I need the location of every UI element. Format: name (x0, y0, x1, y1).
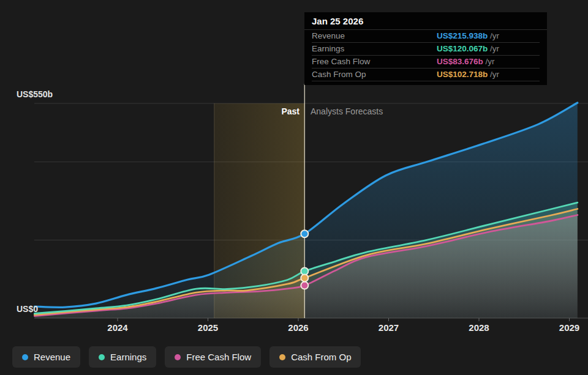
tooltip-value-suffix: /yr (483, 57, 495, 66)
legend: RevenueEarningsFree Cash FlowCash From O… (12, 346, 361, 368)
analysts-forecasts-label: Analysts Forecasts (311, 106, 383, 116)
tooltip-row-label: Cash From Op (312, 70, 366, 79)
x-tick-label-2028: 2028 (461, 322, 497, 333)
tooltip-value-suffix: /yr (488, 44, 499, 53)
legend-dot-icon (99, 354, 105, 360)
tooltip-row-revenue: RevenueUS$215.938b /yr (312, 30, 540, 43)
legend-item-earnings[interactable]: Earnings (89, 346, 156, 368)
x-tick-label-2025: 2025 (190, 322, 227, 333)
y-axis-label-min: US$0 (17, 304, 38, 314)
tooltip-row-label: Revenue (312, 31, 345, 40)
x-tick-label-2027: 2027 (371, 322, 407, 333)
marker-free-cash-flow[interactable] (301, 282, 308, 289)
marker-cash-from-op[interactable] (301, 274, 308, 281)
tooltip-value-suffix: /yr (488, 31, 499, 40)
tooltip-row-value: US$102.718b /yr (437, 69, 499, 81)
marker-revenue[interactable] (301, 230, 308, 237)
tooltip-row-value: US$120.067b /yr (437, 43, 499, 55)
tooltip-row-label: Free Cash Flow (312, 57, 370, 66)
legend-item-cash-from-op[interactable]: Cash From Op (270, 346, 361, 368)
forecast-chart-root: US$550b US$0 Past Analysts Forecasts 202… (0, 0, 588, 375)
legend-item-revenue[interactable]: Revenue (12, 346, 80, 368)
legend-item-label: Cash From Op (291, 352, 351, 362)
legend-item-label: Free Cash Flow (186, 352, 251, 362)
past-label: Past (238, 106, 300, 116)
tooltip-row-free-cash-flow: Free Cash FlowUS$83.676b /yr (312, 56, 540, 69)
x-tick-label-2024: 2024 (99, 322, 136, 333)
tooltip-row-label: Earnings (312, 44, 344, 53)
legend-item-label: Earnings (110, 352, 146, 362)
tooltip-value-number: US$120.067b (437, 44, 488, 53)
tooltip-date: Jan 25 2026 (304, 12, 547, 30)
tooltip-row-earnings: EarningsUS$120.067b /yr (312, 43, 540, 56)
tooltip-value-suffix: /yr (488, 70, 499, 79)
legend-dot-icon (279, 354, 285, 360)
tooltip-value-number: US$102.718b (437, 70, 488, 79)
tooltip-value-number: US$83.676b (437, 57, 483, 66)
tooltip-value-number: US$215.938b (437, 31, 488, 40)
y-axis-label-max: US$550b (17, 89, 53, 99)
tooltip-row-value: US$83.676b /yr (437, 56, 495, 68)
tooltip-row-value: US$215.938b /yr (437, 30, 499, 42)
legend-item-free-cash-flow[interactable]: Free Cash Flow (165, 346, 261, 368)
x-ticks (118, 318, 570, 321)
legend-dot-icon (22, 354, 28, 360)
x-tick-label-2026: 2026 (280, 322, 317, 333)
legend-item-label: Revenue (34, 352, 70, 362)
tooltip: Jan 25 2026 RevenueUS$215.938b /yrEarnin… (304, 12, 547, 85)
legend-dot-icon (175, 354, 181, 360)
x-tick-label-2029: 2029 (551, 322, 588, 333)
tooltip-row-cash-from-op: Cash From OpUS$102.718b /yr (312, 69, 540, 81)
